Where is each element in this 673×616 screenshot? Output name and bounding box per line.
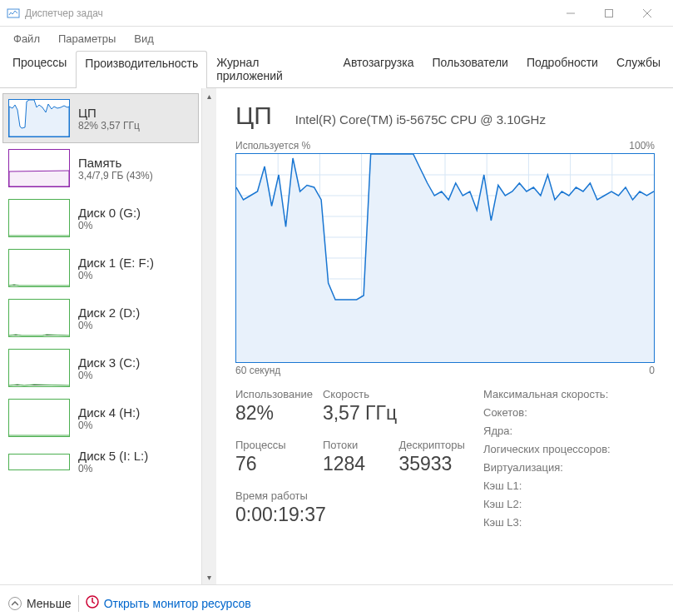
sidebar: ЦП 82% 3,57 ГГц Память 3,4/7,9 ГБ (43%) xyxy=(0,88,217,584)
resource-monitor-icon xyxy=(86,595,99,611)
sidebar-sub-disk4: 0% xyxy=(78,420,140,431)
sidebar-label: Диск 4 (H:) 0% xyxy=(78,405,140,431)
sidebar-label: Диск 2 (D:) 0% xyxy=(78,306,140,331)
main-panel: ЦП Intel(R) Core(TM) i5-5675C CPU @ 3.10… xyxy=(217,88,673,584)
sidebar-title-disk2: Диск 2 (D:) xyxy=(78,306,140,320)
sidebar-sub-cpu: 82% 3,57 ГГц xyxy=(78,120,140,132)
sidebar-title-disk3: Диск 3 (C:) xyxy=(78,355,140,370)
footer-separator xyxy=(78,595,79,612)
cpu-usage-graph xyxy=(235,153,655,363)
tab-performance[interactable]: Производительность xyxy=(76,51,207,88)
sidebar-label: Диск 5 (I: L:) 0% xyxy=(78,449,148,474)
fewer-details-button[interactable]: Меньше xyxy=(8,597,72,610)
tab-details[interactable]: Подробности xyxy=(517,50,607,87)
stats-area: Использование 82% Скорость 3,57 ГГц Проц… xyxy=(235,388,655,529)
svg-rect-2 xyxy=(606,9,613,17)
stat-speed: Скорость 3,57 ГГц xyxy=(323,388,465,427)
sidebar-sub-disk3: 0% xyxy=(78,370,140,381)
tab-services[interactable]: Службы xyxy=(607,50,670,87)
info-max-speed: Максимальная скорость: xyxy=(483,388,655,400)
sidebar-title-disk1: Диск 1 (E: F:) xyxy=(78,256,154,270)
stat-label: Время работы xyxy=(235,489,465,502)
info-virt: Виртуализация: xyxy=(483,461,655,474)
sidebar-title-cpu: ЦП xyxy=(78,106,140,120)
stats-right: Максимальная скорость: Сокетов: Ядра: Ло… xyxy=(483,388,655,529)
mini-graph-disk xyxy=(8,299,70,337)
stat-usage: Использование 82% xyxy=(235,388,313,427)
main-header: ЦП Intel(R) Core(TM) i5-5675C CPU @ 3.10… xyxy=(235,102,655,130)
stat-label: Использование xyxy=(235,388,313,400)
stat-value: 82% xyxy=(235,402,313,425)
graph-x-right: 0 xyxy=(649,365,655,376)
sidebar-title-disk5: Диск 5 (I: L:) xyxy=(78,449,148,463)
content-area: ЦП 82% 3,57 ГГц Память 3,4/7,9 ГБ (43%) xyxy=(0,88,673,584)
sidebar-sub-memory: 3,4/7,9 ГБ (43%) xyxy=(78,170,153,181)
titlebar: Диспетчер задач xyxy=(0,0,673,27)
sidebar-title-disk4: Диск 4 (H:) xyxy=(78,405,140,420)
tab-users[interactable]: Пользователи xyxy=(423,50,517,87)
info-l2: Кэш L2: xyxy=(483,498,655,510)
sidebar-item-disk3[interactable]: Диск 3 (C:) 0% xyxy=(2,343,199,393)
stat-value: 76 xyxy=(235,453,313,475)
mini-graph-memory xyxy=(8,149,70,187)
tab-startup[interactable]: Автозагрузка xyxy=(334,50,423,87)
menubar: Файл Параметры Вид xyxy=(0,27,673,50)
cpu-name: Intel(R) Core(TM) i5-5675C CPU @ 3.10GHz xyxy=(295,112,546,127)
sidebar-sub-disk0: 0% xyxy=(78,220,141,231)
menu-params[interactable]: Параметры xyxy=(50,29,124,48)
stats-left: Использование 82% Скорость 3,57 ГГц Проц… xyxy=(235,388,465,529)
mini-graph-cpu xyxy=(8,99,70,137)
info-cores: Ядра: xyxy=(483,425,655,437)
app-icon xyxy=(7,7,20,20)
chevron-up-icon xyxy=(8,597,22,610)
stat-threads: Потоки 1284 xyxy=(323,439,389,478)
maximize-button[interactable] xyxy=(590,1,628,26)
close-button[interactable] xyxy=(628,1,666,26)
mini-graph-disk xyxy=(8,249,70,287)
tab-processes[interactable]: Процессы xyxy=(3,50,76,87)
sidebar-item-disk1[interactable]: Диск 1 (E: F:) 0% xyxy=(2,243,199,293)
scroll-down-icon[interactable]: ▾ xyxy=(202,569,216,584)
scroll-up-icon[interactable]: ▴ xyxy=(202,88,216,103)
footer: Меньше Открыть монитор ресурсов xyxy=(0,584,673,616)
sidebar-label: Диск 1 (E: F:) 0% xyxy=(78,256,154,281)
resource-monitor-label: Открыть монитор ресурсов xyxy=(104,597,251,610)
stat-label: Дескрипторы xyxy=(398,439,465,451)
sidebar-sub-disk1: 0% xyxy=(78,270,154,281)
stat-label: Процессы xyxy=(235,439,313,451)
sidebar-scrollbar[interactable]: ▴ ▾ xyxy=(201,88,216,584)
sidebar-item-disk2[interactable]: Диск 2 (D:) 0% xyxy=(2,293,199,343)
stat-label: Скорость xyxy=(323,388,465,400)
sidebar-sub-disk2: 0% xyxy=(78,320,140,331)
graph-x-left: 60 секунд xyxy=(235,365,280,376)
tab-bar: Процессы Производительность Журнал прило… xyxy=(0,50,673,88)
sidebar-label: Диск 3 (C:) 0% xyxy=(78,355,140,381)
sidebar-item-disk0[interactable]: Диск 0 (G:) 0% xyxy=(2,193,199,243)
info-sockets: Сокетов: xyxy=(483,406,655,419)
stat-handles: Дескрипторы 35933 xyxy=(398,439,465,478)
graph-bottom-labels: 60 секунд 0 xyxy=(235,365,655,376)
stat-value: 1284 xyxy=(323,453,389,475)
sidebar-item-cpu[interactable]: ЦП 82% 3,57 ГГц xyxy=(2,93,199,143)
sidebar-sub-disk5: 0% xyxy=(78,463,148,474)
menu-view[interactable]: Вид xyxy=(126,29,162,48)
info-logical: Логических процессоров: xyxy=(483,443,655,455)
stat-value: 0:00:19:37 xyxy=(235,504,465,526)
graph-y-label: Используется % xyxy=(235,140,310,152)
sidebar-item-disk5[interactable]: Диск 5 (I: L:) 0% xyxy=(2,443,199,480)
fewer-label: Меньше xyxy=(27,597,72,610)
sidebar-title-disk0: Диск 0 (G:) xyxy=(78,206,141,220)
sidebar-item-disk4[interactable]: Диск 4 (H:) 0% xyxy=(2,393,199,443)
tab-app-history[interactable]: Журнал приложений xyxy=(207,50,334,87)
mini-graph-disk xyxy=(8,349,70,387)
scroll-thumb[interactable] xyxy=(202,103,216,569)
menu-file[interactable]: Файл xyxy=(5,29,48,48)
stat-processes: Процессы 76 xyxy=(235,439,313,478)
sidebar-item-memory[interactable]: Память 3,4/7,9 ГБ (43%) xyxy=(2,143,199,193)
minimize-button[interactable] xyxy=(552,1,590,26)
sidebar-label: ЦП 82% 3,57 ГГц xyxy=(78,106,140,132)
open-resource-monitor-link[interactable]: Открыть монитор ресурсов xyxy=(86,595,251,611)
info-l1: Кэш L1: xyxy=(483,479,655,492)
sidebar-list: ЦП 82% 3,57 ГГц Память 3,4/7,9 ГБ (43%) xyxy=(0,88,201,584)
stat-value: 35933 xyxy=(398,453,465,475)
